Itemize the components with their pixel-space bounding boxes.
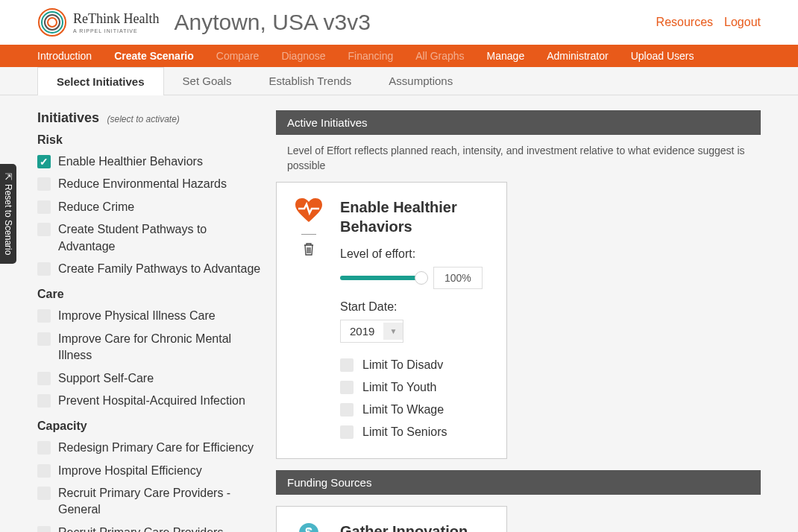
init-recruit-providers[interactable]: Recruit Primary Care Providers - bbox=[37, 522, 261, 532]
svg-text:$: $ bbox=[304, 525, 312, 532]
category-capacity-title: Capacity bbox=[37, 419, 261, 433]
start-date-select[interactable]: 2019 ▼ bbox=[340, 320, 403, 343]
active-initiatives-desc: Level of Effort reflects planned reach, … bbox=[276, 135, 761, 182]
limit-wkage[interactable]: Limit To Wkage bbox=[340, 399, 491, 421]
navbar: Introduction Create Scenario Compare Dia… bbox=[0, 45, 798, 67]
checkbox-icon bbox=[37, 262, 51, 276]
checkbox-icon bbox=[37, 441, 51, 455]
header-links: Resources Logout bbox=[656, 16, 761, 29]
right-panel: Active Initiatives Level of Effort refle… bbox=[276, 110, 761, 532]
reset-scenario-button[interactable]: ⇱ Reset to Scenario bbox=[0, 164, 16, 264]
category-risk-title: Risk bbox=[37, 133, 261, 147]
init-reduce-crime[interactable]: Reduce Crime bbox=[37, 196, 261, 218]
tabbar: Select Initiatives Set Goals Establish T… bbox=[0, 67, 798, 95]
checkbox-icon bbox=[340, 403, 354, 417]
svg-point-0 bbox=[39, 9, 66, 36]
init-redesign-primary[interactable]: Redesign Primary Care for Efficiency bbox=[37, 437, 261, 459]
checkbox-icon bbox=[37, 155, 51, 168]
nav-financing[interactable]: Financing bbox=[348, 50, 394, 62]
active-initiatives-header: Active Initiatives bbox=[276, 110, 761, 135]
checkbox-icon bbox=[340, 358, 354, 372]
init-self-care[interactable]: Support Self-Care bbox=[37, 367, 261, 390]
nav-manage[interactable]: Manage bbox=[487, 50, 525, 62]
nav-upload-users[interactable]: Upload Users bbox=[631, 50, 694, 62]
header-left: ReThink Health A RIPPEL INITIATIVE Anyto… bbox=[37, 7, 371, 37]
nav-administrator[interactable]: Administrator bbox=[547, 50, 608, 62]
header: ReThink Health A RIPPEL INITIATIVE Anyto… bbox=[0, 0, 798, 45]
checkbox-icon bbox=[37, 487, 51, 500]
initiatives-subtext: (select to activate) bbox=[107, 114, 179, 124]
init-physical-illness[interactable]: Improve Physical Illness Care bbox=[37, 305, 261, 327]
main-content: Initiatives (select to activate) Risk En… bbox=[0, 95, 798, 532]
nav-all-graphs[interactable]: All Graphs bbox=[415, 50, 464, 62]
nav-diagnose[interactable]: Diagnose bbox=[281, 50, 325, 62]
checkbox-icon bbox=[37, 309, 51, 323]
initiatives-heading: Initiatives bbox=[37, 110, 99, 125]
logo-title: ReThink Health bbox=[73, 11, 159, 27]
init-student-pathways[interactable]: Create Student Pathways to Advantage bbox=[37, 218, 261, 258]
nav-compare[interactable]: Compare bbox=[216, 50, 260, 62]
logout-link[interactable]: Logout bbox=[724, 16, 761, 29]
category-care-title: Care bbox=[37, 288, 261, 301]
checkbox-icon bbox=[37, 332, 51, 346]
effort-label: Level of effort: bbox=[340, 247, 491, 261]
checkbox-icon bbox=[37, 200, 51, 214]
limit-disadv[interactable]: Limit To Disadv bbox=[340, 354, 491, 376]
page-title: Anytown, USA v3v3 bbox=[174, 10, 370, 35]
checkbox-icon bbox=[37, 394, 51, 408]
funding-card: $ Gather Innovation Funding bbox=[276, 506, 507, 532]
tab-establish-trends[interactable]: Establish Trends bbox=[250, 67, 370, 95]
reset-icon: ⇱ bbox=[3, 173, 13, 180]
logo[interactable]: ReThink Health A RIPPEL INITIATIVE bbox=[37, 7, 159, 37]
separator-icon bbox=[301, 234, 316, 235]
checkbox-icon bbox=[37, 372, 51, 385]
tab-select-initiatives[interactable]: Select Initiatives bbox=[37, 67, 164, 95]
nav-introduction[interactable]: Introduction bbox=[37, 50, 92, 62]
limit-seniors[interactable]: Limit To Seniors bbox=[340, 421, 491, 443]
tab-assumptions[interactable]: Assumptions bbox=[370, 67, 471, 95]
initiatives-panel: Initiatives (select to activate) Risk En… bbox=[37, 110, 261, 532]
lightbulb-dollar-icon: $ bbox=[296, 522, 321, 532]
logo-rings-icon bbox=[37, 7, 67, 37]
logo-subtitle: A RIPPEL INITIATIVE bbox=[73, 28, 159, 34]
init-reduce-env[interactable]: Reduce Environmental Hazards bbox=[37, 173, 261, 195]
init-enable-healthier[interactable]: Enable Healthier Behaviors bbox=[37, 151, 261, 173]
nav-create-scenario[interactable]: Create Scenario bbox=[114, 50, 194, 62]
card-title: Enable Healthier Behaviors bbox=[340, 197, 491, 236]
trash-icon[interactable] bbox=[303, 242, 315, 259]
chevron-down-icon: ▼ bbox=[383, 323, 403, 340]
resources-link[interactable]: Resources bbox=[656, 16, 713, 29]
effort-value[interactable]: 100% bbox=[433, 267, 483, 289]
effort-slider[interactable] bbox=[340, 276, 422, 280]
checkbox-icon bbox=[340, 381, 354, 394]
init-hospital-efficiency[interactable]: Improve Hospital Efficiency bbox=[37, 460, 261, 482]
checkbox-icon bbox=[37, 526, 51, 532]
checkbox-icon bbox=[37, 177, 51, 191]
svg-point-3 bbox=[48, 18, 57, 27]
checkbox-icon bbox=[37, 223, 51, 236]
init-hospital-infection[interactable]: Prevent Hospital-Acquired Infection bbox=[37, 390, 261, 412]
start-date-label: Start Date: bbox=[340, 300, 491, 314]
checkbox-icon bbox=[37, 464, 51, 478]
funding-card-title: Gather Innovation Funding bbox=[340, 522, 491, 532]
tab-set-goals[interactable]: Set Goals bbox=[164, 67, 251, 95]
checkbox-icon bbox=[340, 425, 354, 439]
limit-youth[interactable]: Limit To Youth bbox=[340, 376, 491, 399]
funding-sources-header: Funding Sources bbox=[276, 470, 761, 495]
heart-icon bbox=[294, 197, 324, 223]
initiative-card: Enable Healthier Behaviors Level of effo… bbox=[276, 182, 507, 459]
init-recruit-general[interactable]: Recruit Primary Care Providers - General bbox=[37, 482, 261, 522]
slider-thumb-icon bbox=[415, 271, 428, 285]
init-family-pathways[interactable]: Create Family Pathways to Advantage bbox=[37, 258, 261, 280]
init-mental-illness[interactable]: Improve Care for Chronic Mental Illness bbox=[37, 328, 261, 367]
